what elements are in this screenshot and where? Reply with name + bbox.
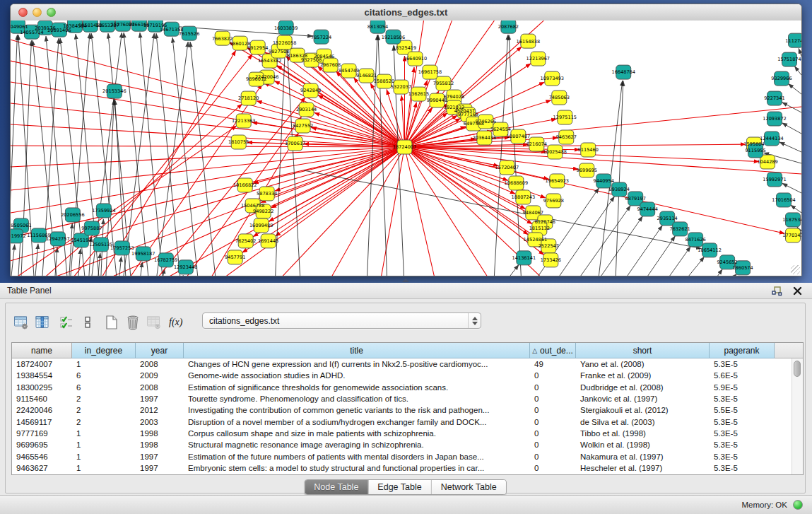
table-cell[interactable]: Genome-wide association studies in ADHD. <box>184 370 530 381</box>
graph-edge[interactable] <box>275 147 404 191</box>
graph-edge[interactable] <box>791 205 801 213</box>
panel-divider-grip[interactable] <box>402 279 409 282</box>
table-cell[interactable]: Tibbo et al. (1998) <box>576 428 710 439</box>
table-cell[interactable]: 9777169 <box>12 428 72 439</box>
table-cell[interactable]: 2008 <box>136 358 184 370</box>
table-cell[interactable]: 5.3E-5 <box>710 428 775 439</box>
graph-edge[interactable] <box>271 147 405 208</box>
table-cell[interactable]: Structural magnetic resonance image aver… <box>184 439 530 450</box>
column-header-out_de[interactable]: △out_de... <box>530 343 576 358</box>
column-header-year[interactable]: year <box>136 343 184 358</box>
table-cell[interactable]: Estimation of the future numbers of pati… <box>184 451 530 462</box>
graph-edge[interactable] <box>405 147 508 180</box>
float-panel-icon[interactable] <box>771 285 783 297</box>
table-cell[interactable]: 5.3E-5 <box>710 439 775 450</box>
table-cell[interactable]: 5.6E-5 <box>710 370 775 381</box>
table-cell[interactable]: 5.5E-5 <box>710 404 775 416</box>
graph-edge[interactable] <box>286 36 300 276</box>
graph-edge[interactable] <box>264 83 405 147</box>
table-cell[interactable]: de Silva et al. (2003) <box>576 416 710 428</box>
table-row[interactable]: 1872400712008Changes of HCN gene express… <box>12 358 803 370</box>
table-cell[interactable]: Changes of HCN gene expression and I(f) … <box>184 358 530 370</box>
graph-edge[interactable] <box>717 269 722 276</box>
table-cell[interactable]: 2009 <box>136 370 184 381</box>
window-titlebar[interactable]: citations_edges.txt <box>11 4 801 21</box>
selection-mode-icon[interactable] <box>57 314 76 331</box>
table-cell[interactable]: 0 <box>530 393 576 404</box>
table-row[interactable]: 1456911722003Disruption of a novel membe… <box>12 416 803 427</box>
table-row[interactable]: 2242004622012Investigating the contribut… <box>12 404 803 416</box>
table-cell[interactable]: 1 <box>72 428 136 439</box>
table-cell[interactable]: Investigating the contribution of common… <box>184 404 530 416</box>
table-cell[interactable]: 5.3E-5 <box>710 462 775 474</box>
table-cell[interactable]: 1997 <box>136 393 184 404</box>
graph-edge[interactable] <box>601 216 642 276</box>
table-cell[interactable]: 6 <box>72 382 136 393</box>
graph-edge[interactable] <box>794 66 801 75</box>
graph-edge[interactable] <box>405 147 488 276</box>
column-header-in_degree[interactable]: in_degree <box>72 343 136 358</box>
show-columns-icon[interactable] <box>33 314 52 331</box>
graph-edge[interactable] <box>78 249 81 276</box>
table-cell[interactable]: Yano et al. (2008) <box>576 358 710 370</box>
table-cell[interactable]: Estimation of significance thresholds fo… <box>184 382 530 393</box>
graph-edge[interactable] <box>627 226 662 276</box>
table-cell[interactable]: 2012 <box>136 404 184 416</box>
table-row[interactable]: 946554611997Estimation of the future num… <box>12 450 803 462</box>
table-settings-icon[interactable] <box>12 314 30 331</box>
create-table-icon[interactable] <box>102 314 121 331</box>
column-header-name[interactable]: name <box>12 343 72 358</box>
graph-edge[interactable] <box>688 257 704 276</box>
delete-table-icon[interactable] <box>124 314 142 331</box>
graph-edge[interactable] <box>669 247 690 276</box>
table-cell[interactable]: 2003 <box>136 416 184 428</box>
table-cell[interactable]: 0 <box>530 428 576 439</box>
table-cell[interactable]: 1998 <box>136 428 184 439</box>
table-cell[interactable]: 2 <box>72 416 136 428</box>
table-row[interactable]: 946362711997Embryonic stem cells: a mode… <box>12 462 803 474</box>
table-cell[interactable]: 5.9E-5 <box>710 382 775 393</box>
table-cell[interactable]: 0 <box>530 416 576 428</box>
table-cell[interactable]: 1 <box>72 439 136 450</box>
table-cell[interactable]: 18300295 <box>12 382 72 393</box>
function-builder-icon[interactable]: f(x) <box>169 317 182 328</box>
row-height-icon[interactable] <box>78 314 97 331</box>
table-cell[interactable]: 49 <box>530 358 576 370</box>
table-cell[interactable]: Corpus callosum shape and size in male p… <box>184 428 530 439</box>
table-cell[interactable]: 5.3E-5 <box>710 358 775 370</box>
network-graph[interactable]: 1872400776638229860128891295416543382982… <box>11 21 801 276</box>
graph-edge[interactable] <box>510 264 519 276</box>
tab-edge-table[interactable]: Edge Table <box>367 480 430 494</box>
graph-edge[interactable] <box>782 183 801 193</box>
table-row[interactable]: 1830029562008Estimation of significance … <box>12 382 803 393</box>
graph-edge[interactable] <box>157 42 188 276</box>
table-cell[interactable]: 1 <box>72 451 136 462</box>
table-cell[interactable]: 0 <box>530 439 576 450</box>
tab-node-table[interactable]: Node Table <box>305 480 367 494</box>
table-cell[interactable]: 0 <box>530 370 576 381</box>
window-resize-grip[interactable] <box>791 265 800 274</box>
table-cell[interactable]: 5.3E-5 <box>710 451 775 462</box>
table-cell[interactable]: Jankovic et al. (1997) <box>576 393 710 404</box>
table-cell[interactable]: 1997 <box>136 451 184 462</box>
table-cell[interactable]: 14569117 <box>12 416 72 428</box>
graph-edge[interactable] <box>782 123 801 134</box>
table-cell[interactable]: Franke et al. (2009) <box>576 370 710 381</box>
table-cell[interactable]: 5.3E-5 <box>710 416 775 428</box>
table-cell[interactable]: Nakamura et al. (1997) <box>576 451 710 462</box>
table-cell[interactable]: 9699695 <box>12 439 72 450</box>
graph-edge[interactable] <box>69 223 72 276</box>
table-cell[interactable]: Hescheler et al. (1997) <box>576 462 710 474</box>
table-cell[interactable]: 1 <box>72 462 136 474</box>
network-view-window[interactable]: citations_edges.txt 18724007766382298601… <box>10 4 802 276</box>
table-cell[interactable]: 2008 <box>136 382 184 393</box>
column-header-title[interactable]: title <box>184 343 530 358</box>
table-cell[interactable]: 19384554 <box>12 370 72 381</box>
table-cell[interactable]: 2 <box>72 393 136 404</box>
graph-edge[interactable] <box>11 147 405 238</box>
graph-edge[interactable] <box>788 83 801 94</box>
table-cell[interactable]: 0 <box>530 462 576 474</box>
table-selector-dropdown[interactable]: citations_edges.txt <box>202 313 481 329</box>
graph-edge[interactable] <box>11 147 405 190</box>
table-cell[interactable]: Dudbridge et al. (2008) <box>576 382 710 393</box>
